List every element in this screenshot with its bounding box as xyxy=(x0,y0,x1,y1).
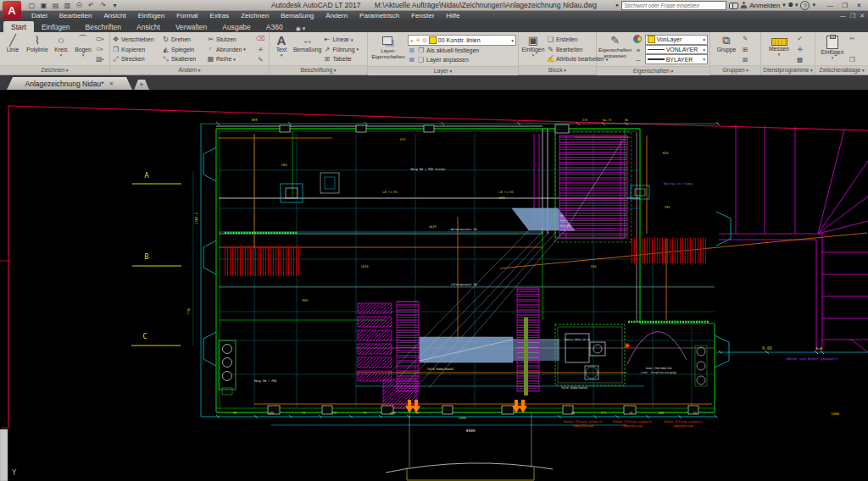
scale-button[interactable]: ⤡Skalieren xyxy=(162,54,206,64)
menu-item-einfügen[interactable]: Einfügen xyxy=(132,11,171,20)
maximize-button[interactable]: ❐ xyxy=(837,1,852,9)
polyline-button[interactable]: ⌇ Polylinie xyxy=(25,33,50,65)
signin-button[interactable]: Anmelden xyxy=(749,2,780,9)
search-input[interactable] xyxy=(621,1,726,10)
rotate-button[interactable]: ↻Drehen xyxy=(162,35,206,44)
ellipse-button[interactable]: ○▾ xyxy=(96,45,104,53)
panel-label-aendern[interactable]: Ändern xyxy=(110,65,269,75)
menu-item-hilfe[interactable]: Hilfe xyxy=(440,11,465,20)
move-button[interactable]: ✥Verschieben xyxy=(112,35,161,44)
explode-button[interactable]: ✳ xyxy=(256,46,265,53)
linetype-icon[interactable]: ┄ xyxy=(633,57,643,64)
ribbon-tab-ausgabe[interactable]: Ausgabe xyxy=(214,21,259,32)
circle-button[interactable]: ○ Kreis xyxy=(51,33,71,65)
ribbon-tab-start[interactable]: Start xyxy=(3,21,34,32)
panel-label-block[interactable]: Block xyxy=(519,65,596,75)
panel-label-beschriftung[interactable]: Beschriftung xyxy=(270,65,367,75)
hatch-button[interactable]: ▨▾ xyxy=(96,55,104,64)
share-icon[interactable]: ⚉ ▾ xyxy=(788,2,798,8)
new-icon[interactable]: ▢ xyxy=(27,2,36,9)
arc-button[interactable]: ⌒ Bogen xyxy=(72,33,94,65)
panel-label-dienstprogramme[interactable]: Dienstprogramme xyxy=(761,65,815,75)
cad-drawing[interactable]: Y9.054.8Wände und Boden gemauertABC1104.… xyxy=(0,90,868,481)
lineweight-select[interactable]: BYLAYER ▾ xyxy=(645,54,708,64)
mirror-button[interactable]: ◭Spiegeln xyxy=(162,45,206,54)
menu-item-fenster[interactable]: Fenster xyxy=(405,11,440,20)
layer-properties-button[interactable]: Layer-Eigenschaften xyxy=(370,33,407,66)
measure-button[interactable]: Messen xyxy=(763,33,795,65)
panel-label-zwischenablage[interactable]: Zwischenablage xyxy=(815,65,868,75)
edit-polyline-button[interactable]: ✎ xyxy=(256,56,265,64)
match-layer-button[interactable]: ⊠ ❑ Layer anpassen xyxy=(408,55,516,64)
linear-dimension-button[interactable]: ⇤Linear▾ xyxy=(323,35,365,44)
plot-icon[interactable]: ⎙ xyxy=(75,1,84,9)
text-button[interactable]: A Text xyxy=(271,33,292,65)
help-dropdown-icon[interactable]: ▾ xyxy=(812,2,815,8)
signin-dropdown-icon[interactable]: ▾ xyxy=(782,2,786,8)
panel-label-gruppen[interactable]: Gruppen xyxy=(710,65,760,75)
ribbon-tab-beschriften[interactable]: Beschriften xyxy=(78,21,130,32)
search-overflow-icon[interactable]: ▸ xyxy=(616,2,620,8)
new-tab-button[interactable]: + xyxy=(134,80,149,90)
menu-item-bemaßung[interactable]: Bemaßung xyxy=(275,11,320,20)
trim-button[interactable]: ✂Stutzen xyxy=(207,35,254,44)
autocad-logo-icon[interactable]: A xyxy=(3,1,21,19)
insert-block-button[interactable]: ▣ Einfügen xyxy=(520,33,546,65)
close-button[interactable]: ✕ xyxy=(852,1,866,9)
quick-select-button[interactable]: ✓ xyxy=(797,35,803,42)
menu-item-ansicht[interactable]: Ansicht xyxy=(97,11,131,20)
group-button[interactable]: ⧉ Gruppe xyxy=(712,33,741,65)
search-binoculars-icon[interactable] xyxy=(729,3,738,8)
color-wheel-icon[interactable] xyxy=(633,35,642,43)
line-button[interactable]: ╱ Linie xyxy=(2,33,24,65)
lineweight-icon[interactable]: ≡ xyxy=(633,47,643,54)
copy-button[interactable]: ❐Kopieren xyxy=(112,45,161,54)
table-button[interactable]: ⊞Tabelle xyxy=(323,54,365,64)
qat-dropdown-icon[interactable]: ▾ xyxy=(110,2,120,9)
menu-item-datei[interactable]: Datei xyxy=(25,11,53,20)
menu-item-zeichnen[interactable]: Zeichnen xyxy=(235,11,275,20)
group-edit-button[interactable]: ⊞ xyxy=(743,46,748,53)
id-point-button[interactable]: ✛ xyxy=(797,46,803,53)
minimize-button[interactable]: — xyxy=(823,1,837,9)
rectangle-button[interactable]: ▭▾ xyxy=(96,35,104,43)
tab-close-icon[interactable]: ✕ xyxy=(109,80,114,87)
document-tab-active[interactable]: Anlagezeichnung Nidau* ✕ xyxy=(7,77,132,90)
menu-item-format[interactable]: Format xyxy=(170,11,203,20)
menu-item-bearbeiten[interactable]: Bearbeiten xyxy=(53,11,98,20)
ribbon-tab-a360[interactable]: A360 xyxy=(259,21,291,32)
menu-item-extras[interactable]: Extras xyxy=(204,11,236,20)
ribbon-tab-ansicht[interactable]: Ansicht xyxy=(129,21,168,32)
drawing-canvas[interactable]: Y9.054.8Wände und Boden gemauertABC1104.… xyxy=(0,90,868,481)
stretch-button[interactable]: ⤢Strecken xyxy=(112,54,161,64)
menu-item-ändern[interactable]: Ändern xyxy=(320,11,353,20)
save-icon[interactable]: ▤ xyxy=(51,2,60,9)
layer-select[interactable]: ● ☀ ⊙ 00 Konstr. linien ▾ xyxy=(408,35,516,46)
edit-attributes-button[interactable]: ✍Attribute bearbeiten▾ xyxy=(547,54,594,64)
ribbon-options-icon[interactable]: ◉ ▾ xyxy=(291,25,311,32)
leader-button[interactable]: ↗Führung▾ xyxy=(323,45,365,54)
panel-label-eigenschaften[interactable]: Eigenschaften xyxy=(597,66,709,75)
fillet-button[interactable]: ◜Abrunden▾ xyxy=(207,45,254,54)
redo-icon[interactable]: ↷ xyxy=(98,2,108,9)
ribbon-tab-einfügen[interactable]: Einfügen xyxy=(34,21,78,32)
create-block-button[interactable]: ❑Erstellen xyxy=(547,35,594,44)
help-icon[interactable]: ? xyxy=(800,1,810,10)
match-properties-button[interactable]: ✎ Eigenschaften anpassen xyxy=(598,33,632,66)
paste-button[interactable]: Einfügen xyxy=(817,33,848,65)
open-icon[interactable]: ▣ xyxy=(39,2,48,9)
linetype-select[interactable]: VONLAYER ▾ xyxy=(645,45,708,55)
ribbon-tab-verwalten[interactable]: Verwalten xyxy=(168,21,214,32)
erase-button[interactable]: ⌫ xyxy=(256,35,265,42)
set-current-layer-button[interactable]: ⊞ ❐ Als aktuell festlegen xyxy=(408,46,516,55)
panel-label-layer[interactable]: Layer xyxy=(368,66,518,75)
dimension-button[interactable]: ↔ Bemaßung xyxy=(292,33,323,65)
doc-close-icon[interactable]: ✕ xyxy=(860,13,865,19)
doc-restore-icon[interactable]: ❐ xyxy=(850,13,855,19)
ungroup-button[interactable]: ✎ xyxy=(743,35,748,42)
group-select-button[interactable]: ⊠ xyxy=(743,56,748,64)
calculator-button[interactable]: ▦ xyxy=(797,56,803,64)
cut-button[interactable]: ✂ xyxy=(849,35,855,42)
array-button[interactable]: ▦Reihe▾ xyxy=(207,54,254,64)
edit-block-button[interactable]: ✎Bearbeiten xyxy=(547,45,594,54)
